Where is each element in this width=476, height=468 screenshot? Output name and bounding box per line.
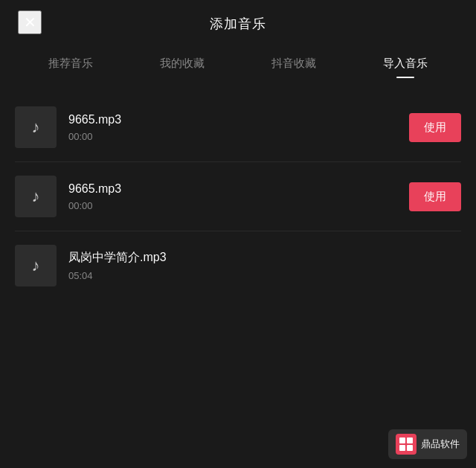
music-list: ♪ 9665.mp3 00:00 使用 ♪ 9665.mp3 00:00 使用 … (0, 93, 476, 300)
list-item: ♪ 9665.mp3 00:00 使用 (15, 93, 461, 162)
music-name: 9665.mp3 (68, 113, 400, 126)
music-duration: 05:04 (68, 270, 461, 281)
use-button[interactable]: 使用 (409, 113, 461, 142)
music-duration: 00:00 (68, 200, 400, 211)
header: ✕ 添加音乐 (0, 0, 476, 45)
watermark-icon (396, 434, 416, 455)
tabs-bar: 推荐音乐 我的收藏 抖音收藏 导入音乐 (0, 45, 476, 78)
tab-import[interactable]: 导入音乐 (383, 57, 428, 78)
music-note-icon: ♪ (32, 256, 40, 275)
svg-rect-2 (399, 445, 405, 451)
page-title: 添加音乐 (210, 15, 266, 33)
list-item: ♪ 凤岗中学简介.mp3 05:04 (15, 231, 461, 300)
list-item: ♪ 9665.mp3 00:00 使用 (15, 162, 461, 231)
watermark: 鼎品软件 (388, 429, 467, 459)
close-icon: ✕ (24, 13, 36, 31)
music-info: 9665.mp3 00:00 (68, 182, 400, 211)
music-name: 9665.mp3 (68, 182, 400, 196)
music-duration: 00:00 (68, 131, 400, 142)
music-thumbnail: ♪ (15, 106, 57, 148)
tab-recommended[interactable]: 推荐音乐 (48, 57, 93, 78)
music-note-icon: ♪ (32, 187, 40, 206)
tab-douyin-favorites[interactable]: 抖音收藏 (271, 57, 316, 78)
svg-rect-0 (399, 437, 405, 443)
music-info: 凤岗中学简介.mp3 05:04 (68, 250, 461, 281)
music-thumbnail: ♪ (15, 176, 57, 217)
close-button[interactable]: ✕ (18, 10, 42, 34)
music-info: 9665.mp3 00:00 (68, 113, 400, 142)
svg-rect-3 (407, 445, 413, 451)
music-note-icon: ♪ (32, 118, 40, 137)
tab-my-favorites[interactable]: 我的收藏 (160, 57, 205, 78)
watermark-label: 鼎品软件 (421, 437, 460, 451)
music-name: 凤岗中学简介.mp3 (68, 250, 461, 266)
svg-rect-1 (407, 437, 413, 443)
use-button[interactable]: 使用 (409, 182, 461, 211)
music-thumbnail: ♪ (15, 245, 57, 286)
